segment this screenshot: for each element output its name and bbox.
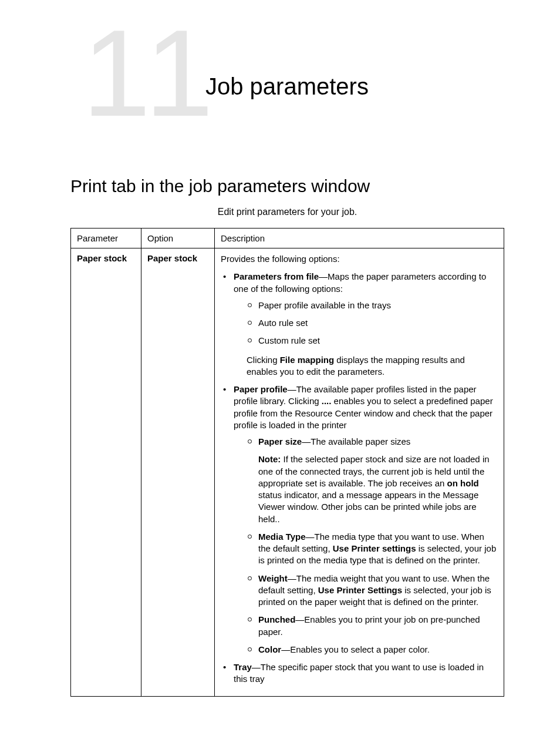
table-header-row: Parameter Option Description	[71, 228, 504, 248]
paper-profile-label: Paper profile	[234, 384, 288, 394]
text: —The available paper sizes	[302, 436, 410, 446]
weight-label: Weight	[258, 573, 288, 583]
chapter-number: 11	[82, 12, 208, 135]
list-item: Punched—Enables you to print your job on…	[234, 614, 498, 638]
use-printer-settings-bold: Use Printer settings	[333, 543, 416, 553]
section-intro: Edit print parameters for your job.	[70, 207, 504, 217]
header-description: Description	[215, 228, 504, 248]
option-label: Paper stock	[147, 253, 197, 263]
list-item: Paper size—The available paper sizes	[234, 436, 498, 448]
text: Clicking	[247, 355, 280, 365]
media-type-label: Media Type	[258, 532, 306, 542]
on-hold-bold: on hold	[447, 478, 479, 488]
chapter-header: 11 Job parameters	[70, 23, 504, 141]
header-parameter: Parameter	[71, 228, 141, 248]
cell-description: Provides the following options: Paramete…	[215, 248, 504, 697]
header-option: Option	[141, 228, 215, 248]
list-item: Color—Enables you to select a paper colo…	[234, 644, 498, 656]
list-item: Auto rule set	[234, 317, 498, 329]
paper-size-label: Paper size	[258, 436, 302, 446]
file-mapping-bold: File mapping	[280, 355, 335, 365]
table-row: Paper stock Paper stock Provides the fol…	[71, 248, 504, 697]
file-mapping-note: Clicking File mapping displays the mappi…	[247, 354, 498, 378]
parameter-label: Paper stock	[77, 253, 127, 263]
color-label: Color	[258, 644, 281, 654]
list-item: Tray—The specific paper stock that you w…	[221, 661, 498, 685]
list-item: Custom rule set	[234, 335, 498, 347]
desc-intro: Provides the following options:	[221, 253, 498, 265]
sub-list: Paper size—The available paper sizes	[234, 436, 498, 448]
section-title: Print tab in the job parameters window	[70, 176, 504, 196]
ellipsis-bold: ....	[322, 396, 332, 406]
parameters-from-file-label: Parameters from file	[234, 271, 319, 281]
sub-list: Paper profile available in the trays Aut…	[234, 300, 498, 347]
list-item: Parameters from file—Maps the paper para…	[221, 271, 498, 378]
parameters-table: Parameter Option Description Paper stock…	[70, 228, 504, 697]
text: —The specific paper stock that you want …	[234, 662, 484, 684]
sub-list: Media Type—The media type that you want …	[234, 531, 498, 656]
list-item: Paper profile available in the trays	[234, 300, 498, 311]
list-item: Weight—The media weight that you want to…	[234, 573, 498, 609]
cell-option: Paper stock	[141, 248, 215, 697]
bullet-list: Parameters from file—Maps the paper para…	[221, 271, 498, 685]
document-page: 11 Job parameters Print tab in the job p…	[0, 0, 560, 732]
list-item: Paper profile—The available paper profil…	[221, 384, 498, 656]
note-label: Note:	[258, 454, 281, 464]
punched-label: Punched	[258, 614, 295, 624]
list-item: Media Type—The media type that you want …	[234, 531, 498, 567]
use-printer-settings-bold: Use Printer Settings	[318, 585, 402, 595]
cell-parameter: Paper stock	[71, 248, 141, 697]
text: —Enables you to select a paper color.	[281, 644, 430, 654]
note-block: Note: If the selected paper stock and si…	[258, 453, 498, 525]
tray-label: Tray	[234, 662, 252, 672]
chapter-title: Job parameters	[205, 73, 369, 100]
text: status indicator, and a message appears …	[258, 490, 478, 524]
